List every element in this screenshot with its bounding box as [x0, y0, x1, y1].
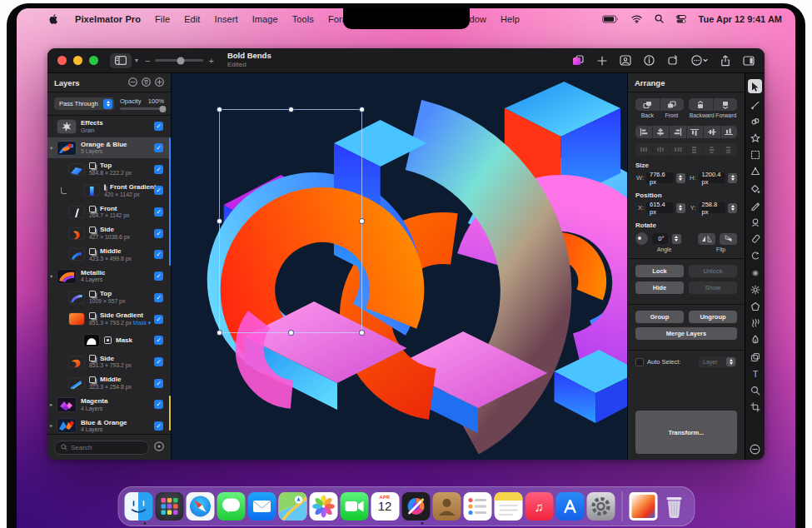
distribute-left-button[interactable]	[635, 143, 652, 156]
group-expand-chevron[interactable]: ▾	[50, 273, 52, 280]
smudge-tool[interactable]	[750, 251, 760, 262]
auto-select-checkbox[interactable]	[635, 358, 644, 366]
transform-button[interactable]: Transform...	[635, 411, 737, 454]
layer-row-front[interactable]: Front264.7 × 1142 px ✓	[47, 202, 171, 223]
zoom-in-icon[interactable]: +	[208, 56, 213, 66]
close-button[interactable]	[57, 56, 67, 65]
sidebar-toggle-button[interactable]	[110, 53, 132, 68]
opacity-slider-knob[interactable]	[159, 106, 166, 112]
layer-visibility-checkbox[interactable]: ✓	[154, 379, 163, 388]
dock-finder[interactable]	[124, 492, 152, 521]
width-stepper[interactable]	[676, 173, 685, 183]
zoom-tool[interactable]	[750, 385, 760, 396]
layer-row-effects[interactable]: EffectsGrain ✓	[47, 116, 171, 137]
dock-trash[interactable]	[660, 492, 688, 521]
crop-rotate-icon[interactable]	[667, 55, 679, 66]
layer-row-orange-blue[interactable]: ▾ Orange & Blue5 Layers ✓	[47, 137, 171, 159]
selection-bounding-box[interactable]	[219, 109, 362, 333]
control-center-icon[interactable]	[676, 15, 686, 23]
zoom-slider-track[interactable]	[155, 59, 203, 62]
hide-button[interactable]: Hide	[635, 281, 684, 294]
y-stepper[interactable]	[728, 203, 737, 213]
window-titlebar[interactable]: ▾ − + Bold Bends Edited	[47, 48, 765, 73]
dock-safari[interactable]	[186, 492, 214, 521]
filter-icon[interactable]	[154, 440, 164, 455]
share-icon[interactable]	[720, 55, 730, 67]
layer-visibility-checkbox[interactable]: ✓	[154, 271, 163, 281]
group-collapsed-chevron[interactable]: ▸	[50, 401, 52, 408]
dock-system-settings[interactable]	[586, 492, 615, 521]
angle-field[interactable]: 0°	[652, 233, 668, 244]
lock-button[interactable]: Lock	[635, 265, 684, 277]
dock-launchpad[interactable]	[155, 492, 183, 521]
layer-row-side-gradient[interactable]: Side Gradient851.3 × 793.2 px Mask ▾ ✓	[47, 308, 171, 330]
mask-link[interactable]: Mask ▾	[133, 320, 152, 326]
zoom-slider-knob[interactable]	[177, 57, 184, 64]
color-fill-tool[interactable]	[750, 183, 760, 194]
align-middle-v-button[interactable]	[703, 126, 720, 138]
layer-visibility-checkbox[interactable]: ✓	[154, 229, 163, 238]
align-center-h-button[interactable]	[652, 126, 670, 138]
distribute-center-button[interactable]	[652, 143, 670, 156]
eraser-tool[interactable]	[750, 234, 760, 245]
crop-tool[interactable]	[750, 402, 760, 413]
selection-handle[interactable]	[289, 331, 293, 335]
layer-row-metallic-side[interactable]: Side851.3 × 793.2 px ✓	[47, 351, 171, 373]
selection-handle[interactable]	[217, 219, 222, 223]
star-shape-tool[interactable]	[750, 133, 760, 144]
type-tool[interactable]: T	[750, 368, 760, 379]
pentagon-shape-tool[interactable]	[750, 301, 760, 311]
layer-row-middle[interactable]: Middle423.3 × 499.8 px ✓	[47, 244, 171, 266]
menu-file[interactable]: File	[155, 14, 170, 24]
slice-tool[interactable]	[750, 351, 760, 362]
group-button[interactable]: Group	[635, 311, 684, 323]
rotate-knob[interactable]	[635, 232, 648, 245]
sidebar-chevron-icon[interactable]: ▾	[135, 57, 138, 64]
layers-search-input[interactable]: Search	[54, 441, 149, 455]
clone-tool[interactable]	[750, 217, 760, 228]
layer-row-blue-orange[interactable]: ▸ Blue & Orange4 Layers ✓	[47, 416, 171, 434]
menu-app-name[interactable]: Pixelmator Pro	[75, 14, 141, 24]
bring-forward-button[interactable]	[713, 98, 738, 111]
dock-mail[interactable]	[247, 492, 276, 521]
layer-row-metallic-top[interactable]: Top1009 × 957 px ✓	[47, 287, 171, 309]
layer-visibility-checkbox[interactable]: ✓	[154, 400, 163, 409]
selection-handle[interactable]	[217, 107, 222, 112]
blur-tool[interactable]	[750, 267, 760, 278]
dock-music[interactable]: ♫	[525, 492, 553, 521]
unlock-button[interactable]: Unlock	[689, 265, 737, 277]
merge-layers-button[interactable]: Merge Layers	[635, 327, 737, 340]
bring-to-front-button[interactable]	[660, 98, 685, 111]
group-expand-chevron[interactable]: ▾	[50, 145, 52, 152]
flip-horizontal-button[interactable]	[698, 233, 715, 245]
dock-document-bold-bends[interactable]	[629, 492, 657, 521]
canvas-zoom-slider[interactable]: − +	[145, 56, 214, 66]
color-adjust-tool[interactable]	[750, 284, 760, 295]
dock-messages[interactable]	[217, 492, 245, 521]
color-swatches-icon[interactable]	[571, 55, 585, 67]
more-options-icon[interactable]	[691, 55, 708, 66]
distribute-top-button[interactable]	[686, 143, 704, 156]
selection-handle[interactable]	[289, 107, 293, 112]
layer-visibility-checkbox[interactable]: ✓	[154, 122, 163, 131]
align-left-button[interactable]	[635, 126, 652, 138]
menu-clock[interactable]: Tue Apr 12 9:41 AM	[699, 14, 782, 24]
remove-tool[interactable]	[750, 444, 760, 455]
dock-app-store[interactable]	[555, 492, 584, 521]
minimize-button[interactable]	[73, 56, 82, 65]
zoom-out-icon[interactable]: −	[145, 56, 150, 66]
menu-image[interactable]: Image	[252, 14, 278, 24]
selection-handle[interactable]	[360, 331, 364, 335]
dock-calendar[interactable]: APR 12	[371, 492, 399, 521]
layer-visibility-checkbox[interactable]: ✓	[154, 357, 163, 366]
layer-row-magenta[interactable]: ▸ Magenta4 Layers ✓	[47, 394, 171, 416]
layer-row-front-gradient[interactable]: Front Gradient420 × 1142 px ✓	[47, 180, 171, 202]
layer-visibility-checkbox[interactable]: ✓	[154, 315, 163, 324]
blend-mode-select[interactable]: Pass Through	[54, 97, 114, 110]
retouch-tool[interactable]	[750, 116, 760, 127]
apple-menu-icon[interactable]	[48, 13, 59, 25]
dock-maps[interactable]	[278, 492, 306, 521]
layer-visibility-checkbox[interactable]: ✓	[154, 207, 163, 217]
wifi-icon[interactable]	[631, 15, 642, 23]
align-bottom-button[interactable]	[720, 126, 738, 138]
